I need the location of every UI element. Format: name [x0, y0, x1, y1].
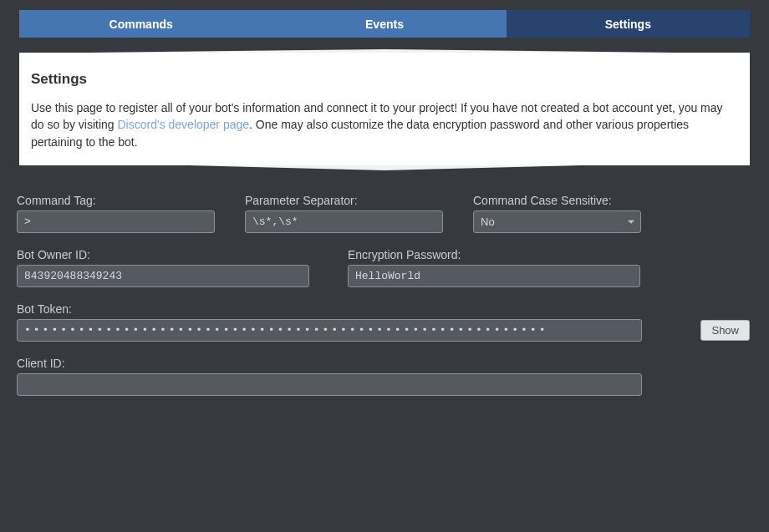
tab-events[interactable]: Events: [262, 10, 506, 38]
command-tag-input[interactable]: [17, 210, 215, 233]
tab-commands[interactable]: Commands: [19, 10, 262, 38]
encryption-input[interactable]: [348, 265, 640, 287]
command-tag-label: Command Tag:: [17, 194, 215, 207]
bot-token-label: Bot Token:: [17, 302, 685, 316]
case-sensitive-label: Command Case Sensitive:: [473, 194, 641, 207]
case-sensitive-select[interactable]: No: [473, 210, 641, 233]
panel-title: Settings: [31, 71, 738, 88]
tab-settings[interactable]: Settings: [507, 10, 750, 38]
tab-bar: Commands Events Settings: [19, 10, 750, 38]
settings-panel: Settings Use this page to register all o…: [19, 53, 750, 165]
developer-page-link[interactable]: Discord's developer page: [118, 118, 250, 131]
owner-id-input[interactable]: [17, 265, 309, 287]
panel-description: Use this page to register all of your bo…: [31, 99, 738, 150]
param-sep-label: Parameter Separator:: [245, 194, 443, 207]
param-sep-input[interactable]: [245, 210, 443, 233]
client-id-label: Client ID:: [17, 357, 642, 370]
show-token-button[interactable]: Show: [700, 320, 750, 341]
encryption-label: Encryption Password:: [348, 248, 640, 261]
settings-form: Command Tag: Parameter Separator: Comman…: [17, 194, 750, 396]
owner-id-label: Bot Owner ID:: [17, 248, 309, 261]
client-id-input[interactable]: [17, 373, 642, 396]
bot-token-input[interactable]: [17, 319, 642, 342]
